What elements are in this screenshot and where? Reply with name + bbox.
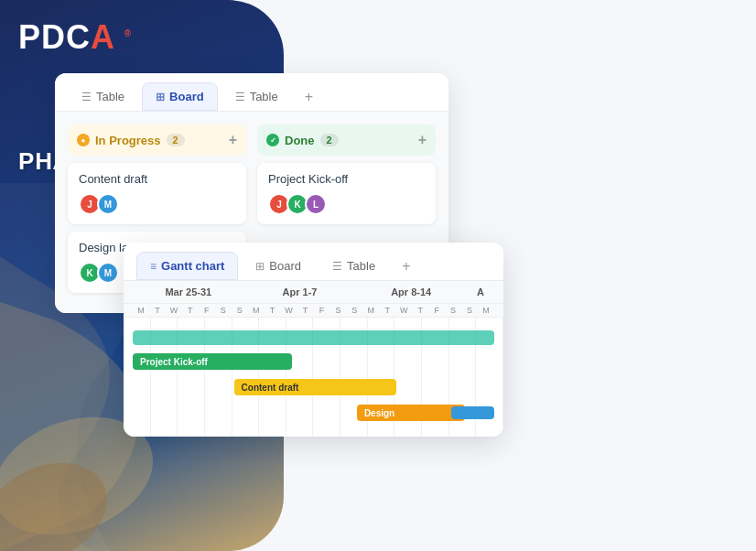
day-s4: S: [346, 306, 362, 315]
svg-point-1: [0, 444, 124, 551]
avatar-4: M: [97, 262, 119, 284]
gantt-bar-content-label: Content draft: [242, 383, 299, 393]
gantt-bar-blue: [451, 406, 494, 419]
tab-table-gantt-label: Table: [347, 259, 375, 273]
tab-board[interactable]: ⊞ Board: [142, 82, 218, 111]
day-s6: S: [461, 306, 478, 315]
day-f2: F: [313, 306, 329, 315]
day-t3: T: [265, 306, 281, 315]
tab-table-1-label: Table: [96, 90, 124, 103]
day-s3: S: [329, 306, 346, 315]
day-m4: M: [478, 306, 494, 315]
board-icon: ⊞: [156, 91, 165, 103]
tab-table-2-label: Table: [250, 90, 278, 103]
task-title-content-draft: Content draft: [79, 172, 235, 186]
gantt-body: Project Kick-off Content draft Design: [124, 318, 503, 437]
day-w1: W: [166, 306, 182, 315]
day-f3: F: [428, 306, 445, 315]
gantt-add-tab-button[interactable]: +: [393, 253, 419, 280]
status-dot-green: ✓: [266, 134, 279, 146]
day-m3: M: [362, 306, 379, 315]
gantt-bar-content: Content draft: [234, 379, 397, 395]
done-add-button[interactable]: +: [418, 132, 427, 148]
avatar-group-kickoff: J K L: [268, 193, 425, 215]
day-s2: S: [232, 306, 248, 315]
table-icon-2: ☰: [235, 91, 245, 103]
done-label: Done: [285, 134, 315, 147]
tab-table-gantt[interactable]: ☰ Table: [319, 252, 389, 280]
in-progress-add-button[interactable]: +: [229, 132, 237, 148]
avatar-2: M: [97, 193, 119, 215]
gantt-days-row: M T W T F S S M T W T F S S M T W T F S …: [124, 304, 503, 318]
tab-board-label: Board: [169, 90, 204, 103]
day-t6: T: [412, 306, 428, 315]
in-progress-label: In Progress: [95, 134, 161, 147]
period-apr1: Apr 1-7: [244, 286, 356, 297]
add-tab-button[interactable]: +: [296, 83, 322, 111]
status-dot-orange: ●: [77, 134, 90, 146]
gantt-bar-teal: [133, 330, 494, 345]
tab-gantt[interactable]: ≡ Gantt chart: [136, 252, 238, 280]
table-icon-g: ☰: [332, 260, 342, 273]
day-t1: T: [149, 306, 166, 315]
gantt-row-kickoff: Project Kick-off: [133, 349, 494, 374]
gantt-bar-design-label: Design: [364, 408, 394, 418]
column-header-done: ✓ Done 2 +: [257, 124, 436, 156]
column-header-in-progress: ● In Progress 2 +: [68, 124, 246, 156]
period-mar: Mar 25-31: [133, 286, 244, 297]
gantt-row-content: Content draft: [133, 374, 494, 400]
tab-board-gantt[interactable]: ⊞ Board: [242, 252, 315, 280]
task-card-content-draft[interactable]: Content draft J M: [68, 163, 246, 224]
task-card-kickoff[interactable]: Project Kick-off J K L: [257, 163, 436, 224]
day-t4: T: [297, 306, 314, 315]
tab-table-1[interactable]: ☰ Table: [68, 82, 138, 111]
board-tab-bar: ☰ Table ⊞ Board ☰ Table +: [55, 73, 448, 112]
day-m2: M: [248, 306, 265, 315]
day-w2: W: [281, 306, 297, 315]
day-m1: M: [133, 306, 149, 315]
gantt-row-teal: [133, 325, 494, 351]
tab-table-2[interactable]: ☰ Table: [221, 82, 292, 111]
period-apr8: Apr 8-14: [355, 286, 467, 297]
avatar-group-content-draft: J M: [79, 193, 235, 215]
column-header-left-in-progress: ● In Progress 2: [77, 134, 185, 147]
day-w3: W: [395, 306, 412, 315]
day-t2: T: [182, 306, 199, 315]
day-t5: T: [379, 306, 395, 315]
day-s5: S: [445, 306, 461, 315]
logo-accent: A: [91, 18, 114, 56]
tab-gantt-label: Gantt chart: [161, 259, 224, 273]
logo-area: PDCA ®: [18, 18, 132, 57]
gantt-bar-design: Design: [357, 405, 466, 421]
gantt-card: ≡ Gantt chart ⊞ Board ☰ Table + Mar 25-3…: [124, 243, 503, 437]
tab-board-gantt-label: Board: [269, 259, 301, 273]
column-header-left-done: ✓ Done 2: [266, 134, 339, 147]
gantt-tab-bar: ≡ Gantt chart ⊞ Board ☰ Table +: [124, 243, 503, 281]
table-icon-1: ☰: [81, 91, 92, 103]
period-a: A: [467, 286, 494, 297]
done-count: 2: [320, 134, 339, 146]
avatar-7: L: [305, 193, 327, 215]
logo-pd: PDC: [18, 18, 91, 56]
logo-text: PDCA ®: [18, 18, 132, 57]
gantt-icon: ≡: [150, 260, 157, 273]
gantt-bar-kickoff-label: Project Kick-off: [140, 357, 208, 367]
gantt-period-header: Mar 25-31 Apr 1-7 Apr 8-14 A: [124, 281, 503, 304]
gantt-row-design: Design: [133, 400, 494, 426]
day-s1: S: [215, 306, 232, 315]
task-title-kickoff: Project Kick-off: [268, 172, 425, 186]
board-icon-g: ⊞: [255, 260, 265, 273]
gantt-bar-kickoff: Project Kick-off: [133, 353, 292, 370]
day-f1: F: [199, 306, 215, 315]
in-progress-count: 2: [167, 134, 185, 146]
